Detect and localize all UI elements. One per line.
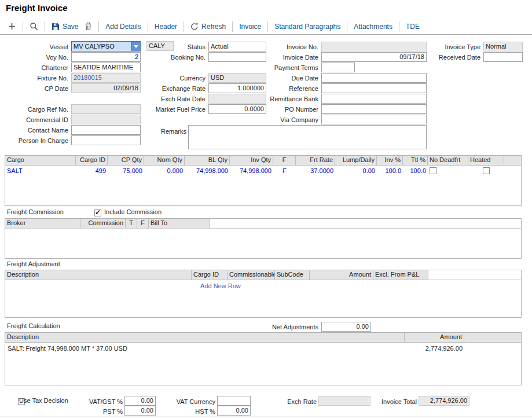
cell-lump-daily[interactable]: 0.00	[335, 167, 377, 174]
toolbar-separator	[98, 21, 99, 32]
new-icon[interactable]	[8, 22, 16, 31]
use-tax-decision-label: Use Tax Decision	[19, 397, 68, 404]
header-inv-qty: Inv Qty	[230, 156, 273, 165]
calculation-table: Description Amount SALT: Freight 74,998.…	[5, 332, 522, 385]
invoice-type-label: Invoice Type	[428, 42, 480, 52]
pst-field[interactable]: 0.00	[124, 406, 156, 416]
adjustment-table: Description Cargo ID Commissionable SubC…	[5, 270, 522, 318]
header-broker: Broker	[5, 219, 80, 228]
header-filler	[504, 156, 521, 165]
contact-name-field[interactable]	[71, 125, 141, 135]
charterer-field[interactable]: SEATIDE MARITIME	[71, 63, 141, 72]
net-adjustments-field[interactable]: 0.00	[321, 322, 371, 332]
reference-field[interactable]	[321, 83, 427, 93]
vat-gst-field[interactable]: 0.00	[124, 396, 156, 406]
cell-bl-qty[interactable]: 74,998.000	[185, 167, 230, 174]
refresh-icon	[190, 23, 199, 31]
commission-table: Broker Commission T F Bill To	[5, 218, 522, 259]
cargo-ref-no-field	[71, 104, 141, 114]
refresh-button[interactable]: Refresh	[190, 23, 226, 31]
contact-name-label: Contact Name	[5, 126, 68, 135]
hst-field[interactable]: 0.00	[217, 406, 251, 416]
standard-paragraphs-button[interactable]: Standard Paragraphs	[274, 23, 340, 31]
header-filler	[464, 333, 521, 342]
header-heated: Heated	[468, 156, 504, 165]
search-icon[interactable]	[30, 22, 38, 31]
tde-button[interactable]: TDE	[406, 23, 420, 31]
add-new-row-link[interactable]: Add New Row	[200, 282, 241, 289]
header-subcode: SubCode	[275, 270, 310, 280]
market-fuel-price-label: Market Fuel Price	[139, 105, 206, 114]
toolbar-separator	[184, 21, 184, 32]
toolbar: Save Add Details Header Refresh Invoice …	[0, 19, 532, 35]
header-inv-pct: Inv %	[377, 156, 403, 165]
cell-inv-pct[interactable]: 100.0	[377, 167, 403, 174]
header-excl-from-pl: Excl. From P&L	[373, 270, 428, 280]
cargo-table: Cargo Cargo ID CP Qty Nom Qty BL Qty Inv…	[5, 155, 522, 206]
via-company-field[interactable]	[321, 115, 427, 124]
header-nom-qty: Nom Qty	[144, 156, 185, 165]
vat-currency-label: VAT Currency	[161, 397, 215, 406]
remittance-bank-label: Remittance Bank	[255, 94, 318, 104]
invoice-total-field: 2,774,926.00	[419, 396, 469, 406]
cell-frt-rate[interactable]: 37.0000	[296, 167, 335, 174]
exchange-rate-label: Exchange Rate	[139, 84, 206, 93]
vat-gst-label: VAT/GST %	[69, 397, 123, 406]
toolbar-separator	[347, 21, 347, 32]
bottom-divider	[0, 417, 532, 417]
freight-adjustment-label: Freight Adjustment	[7, 260, 60, 267]
save-button[interactable]: Save	[52, 23, 78, 31]
header-commission: Commission	[80, 219, 126, 228]
header-f: F	[137, 219, 149, 228]
cell-cargo[interactable]: SALT	[5, 167, 76, 174]
freight-commission-label: Freight Commission	[7, 208, 64, 215]
status-label: Status	[139, 42, 206, 52]
cell-inv-qty[interactable]: 74,998.000	[230, 167, 273, 174]
exch-rate-date-label: Exch Rate Date	[139, 94, 206, 104]
cell-cargo-id[interactable]: 499	[76, 167, 108, 174]
voy-no-field[interactable]: 2	[71, 52, 141, 62]
cell-f[interactable]: F	[273, 167, 296, 174]
heated-checkbox[interactable]	[483, 167, 490, 174]
person-in-charge-field[interactable]	[71, 135, 141, 145]
header-commissionable: Commissionable	[228, 270, 275, 280]
header-filler	[210, 219, 521, 228]
payment-terms-field[interactable]	[321, 63, 355, 72]
save-label: Save	[63, 23, 78, 31]
calculation-table-header: Description Amount	[5, 333, 521, 343]
booking-no-label: Booking No.	[139, 53, 206, 62]
attachments-button[interactable]: Attachments	[354, 23, 392, 31]
header-button[interactable]: Header	[155, 23, 177, 31]
header-cargo-id: Cargo ID	[192, 270, 228, 280]
person-in-charge-label: Person In Charge	[5, 136, 68, 145]
commission-table-header: Broker Commission T F Bill To	[5, 219, 521, 229]
remittance-bank-field[interactable]	[321, 94, 427, 104]
cell-ttl-pct[interactable]: 100.0	[403, 167, 428, 174]
cell-cp-qty[interactable]: 75,000	[108, 167, 144, 174]
invoice-date-field[interactable]: 09/17/18	[321, 52, 427, 62]
charterer-label: Charterer	[5, 63, 68, 72]
received-date-field[interactable]	[483, 52, 523, 62]
due-date-field[interactable]	[321, 73, 427, 83]
cell-nom-qty[interactable]: 0.000	[144, 167, 185, 174]
remarks-textarea[interactable]	[188, 125, 427, 149]
po-number-field[interactable]	[321, 104, 427, 114]
no-deadfrt-checkbox[interactable]	[430, 167, 436, 174]
page-title: Freight Invoice	[6, 3, 68, 13]
toolbar-separator	[23, 21, 23, 32]
cell-heated	[468, 167, 504, 174]
delete-icon[interactable]	[85, 22, 92, 31]
header-cargo-id: Cargo ID	[76, 156, 108, 165]
fixture-no-link[interactable]: 20180015	[71, 73, 141, 83]
include-commission-checkbox[interactable]	[94, 210, 101, 216]
vat-currency-field[interactable]	[217, 396, 251, 406]
fixture-no-label: Fixture No.	[5, 73, 68, 83]
cargo-table-row[interactable]: SALT 499 75,000 0.000 74,998.000 74,998.…	[5, 166, 521, 175]
header-t: T	[126, 219, 137, 228]
invoice-button[interactable]: Invoice	[239, 23, 261, 31]
calculation-row[interactable]: SALT: Freight 74,998.000 MT * 37.00 USD …	[5, 343, 521, 354]
add-details-button[interactable]: Add Details	[105, 23, 141, 31]
cp-date-label: CP Date	[5, 84, 68, 93]
vessel-select[interactable]: MV CALYPSO	[71, 41, 141, 52]
cargo-table-header: Cargo Cargo ID CP Qty Nom Qty BL Qty Inv…	[5, 156, 521, 166]
